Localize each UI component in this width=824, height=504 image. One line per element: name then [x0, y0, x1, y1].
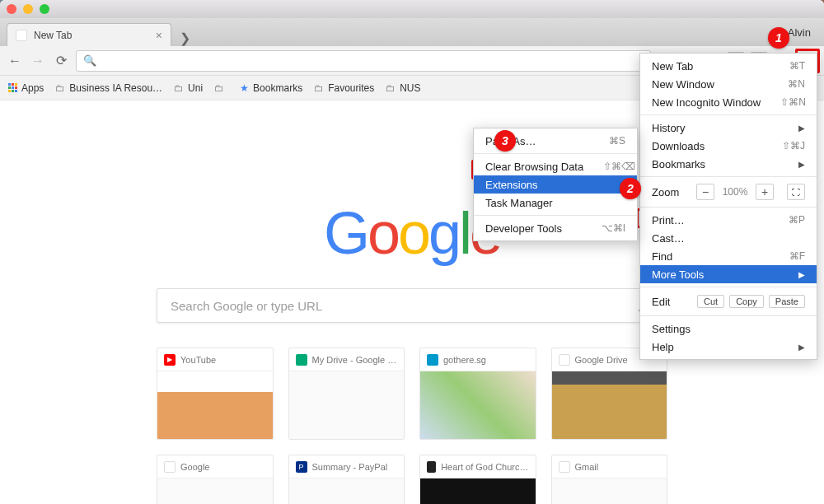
folder-icon: 🗀 [55, 82, 65, 94]
menu-edit-row: Edit Cut Copy Paste [640, 291, 817, 312]
tile-paypal[interactable]: PSummary - PayPal [288, 455, 405, 504]
menu-cast[interactable]: Cast… [640, 229, 817, 247]
favicon-icon: P [296, 461, 307, 473]
back-button[interactable]: ← [7, 53, 23, 69]
titlebar [0, 0, 824, 18]
zoom-value: 100% [721, 186, 749, 198]
menu-separator [640, 287, 817, 287]
folder-icon: 🗀 [174, 82, 184, 94]
favicon-icon [427, 354, 438, 366]
menu-separator [640, 114, 817, 115]
menu-separator [640, 207, 817, 208]
forward-button[interactable]: → [30, 53, 46, 69]
close-tab-icon[interactable]: × [156, 29, 162, 42]
tile-gmail[interactable]: Gmail [551, 455, 668, 504]
zoom-window-button[interactable] [40, 4, 49, 14]
zoom-out-button[interactable]: − [696, 184, 714, 200]
folder-icon: 🗀 [314, 82, 324, 94]
folder-icon: 🗀 [214, 82, 224, 94]
apps-label: Apps [21, 82, 44, 94]
tile-youtube[interactable]: ▶YouTube [157, 348, 274, 440]
favicon-icon [296, 354, 307, 366]
submenu-arrow-icon: ▶ [798, 124, 805, 133]
annotation-badge-2: 2 [620, 178, 641, 199]
favicon-icon [559, 461, 570, 473]
menu-help[interactable]: Help▶ [640, 338, 817, 356]
menu-downloads[interactable]: Downloads⇧⌘J [640, 137, 817, 155]
menu-more-tools[interactable]: More Tools▶ [640, 265, 817, 283]
new-tab-button[interactable]: ❯ [175, 30, 194, 46]
folder-icon: 🗀 [386, 82, 396, 94]
minimize-window-button[interactable] [23, 4, 33, 14]
menu-new-window[interactable]: New Window⌘N [640, 75, 817, 93]
edit-label: Edit [652, 296, 692, 308]
star-icon: ★ [240, 82, 249, 94]
reload-button[interactable]: ⟳ [53, 53, 69, 69]
submenu-arrow-icon: ▶ [798, 343, 805, 352]
submenu-arrow-icon: ▶ [798, 160, 805, 169]
zoom-in-button[interactable]: + [756, 184, 774, 200]
annotation-badge-3: 3 [494, 130, 516, 152]
menu-find[interactable]: Find⌘F [640, 247, 817, 265]
search-box[interactable]: Search Google or type URL 🎤 [157, 288, 667, 323]
tab-strip: New Tab × ❯ Alvin [0, 18, 824, 46]
favicon-icon [559, 354, 570, 366]
submenu-arrow-icon: ▶ [798, 270, 805, 279]
menu-separator [474, 153, 637, 154]
zoom-label: Zoom [652, 186, 690, 198]
most-visited-tiles: ▶YouTube My Drive - Google … gothere.sg … [157, 348, 667, 504]
search-placeholder: Search Google or type URL [171, 299, 322, 313]
submenu-clear-data[interactable]: Clear Browsing Data⇧⌘⌫ [474, 157, 637, 175]
apps-shortcut[interactable]: Apps [8, 82, 44, 94]
close-window-button[interactable] [7, 4, 16, 14]
cut-button[interactable]: Cut [697, 295, 724, 308]
bookmark-bookmarks[interactable]: ★Bookmarks [240, 82, 302, 94]
tab-favicon [16, 30, 27, 41]
fullscreen-button[interactable]: ⛶ [787, 184, 805, 200]
menu-print[interactable]: Print…⌘P [640, 211, 817, 229]
paste-button[interactable]: Paste [769, 295, 805, 308]
bookmark-folder[interactable]: 🗀 [214, 82, 228, 94]
tile-google[interactable]: Google [157, 455, 274, 504]
browser-tab[interactable]: New Tab × [7, 23, 171, 46]
tile-drive[interactable]: My Drive - Google … [288, 348, 405, 440]
menu-incognito[interactable]: New Incognito Window⇧⌘N [640, 93, 817, 111]
chrome-main-menu: New Tab⌘T New Window⌘N New Incognito Win… [639, 53, 817, 360]
tile-hogc[interactable]: Heart of God Churc… [419, 455, 536, 504]
menu-separator [640, 315, 817, 316]
tab-title: New Tab [34, 30, 72, 41]
favicon-icon [164, 461, 176, 473]
tile-gdrive[interactable]: Google Drive [551, 348, 668, 440]
search-icon: 🔍 [83, 54, 96, 67]
submenu-extensions[interactable]: Extensions [474, 175, 637, 194]
favicon-icon [427, 461, 436, 473]
favicon-icon: ▶ [164, 354, 176, 366]
bookmark-folder[interactable]: 🗀NUS [386, 82, 420, 94]
copy-button[interactable]: Copy [729, 295, 764, 308]
bookmark-folder[interactable]: 🗀Uni [174, 82, 203, 94]
apps-icon [8, 83, 17, 92]
bookmark-folder[interactable]: 🗀Business IA Resou… [55, 82, 162, 94]
menu-bookmarks[interactable]: Bookmarks▶ [640, 155, 817, 173]
menu-zoom-row: Zoom − 100% + ⛶ [640, 180, 817, 203]
menu-settings[interactable]: Settings [640, 320, 817, 338]
menu-separator [474, 215, 637, 216]
menu-separator [640, 176, 817, 177]
submenu-task-manager[interactable]: Task Manager [474, 194, 637, 212]
submenu-dev-tools[interactable]: Developer Tools⌥⌘I [474, 219, 637, 237]
traffic-lights [7, 4, 49, 14]
profile-name[interactable]: Alvin [788, 26, 817, 39]
menu-new-tab[interactable]: New Tab⌘T [640, 57, 817, 75]
menu-history[interactable]: History▶ [640, 119, 817, 137]
annotation-badge-1: 1 [768, 27, 789, 49]
bookmark-folder[interactable]: 🗀Favourites [314, 82, 374, 94]
address-bar[interactable]: 🔍 [76, 50, 651, 72]
tile-gothere[interactable]: gothere.sg [419, 348, 536, 440]
